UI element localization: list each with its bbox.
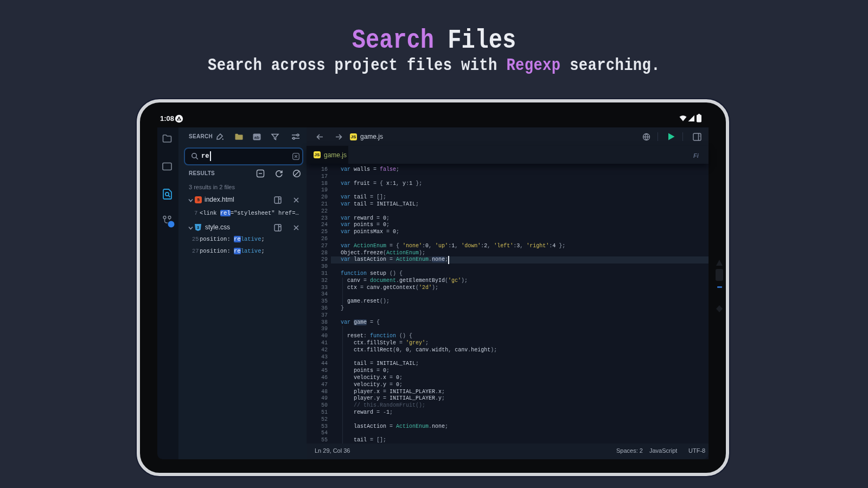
svg-text:3: 3 (197, 225, 200, 230)
svg-text:ab: ab (254, 135, 259, 140)
